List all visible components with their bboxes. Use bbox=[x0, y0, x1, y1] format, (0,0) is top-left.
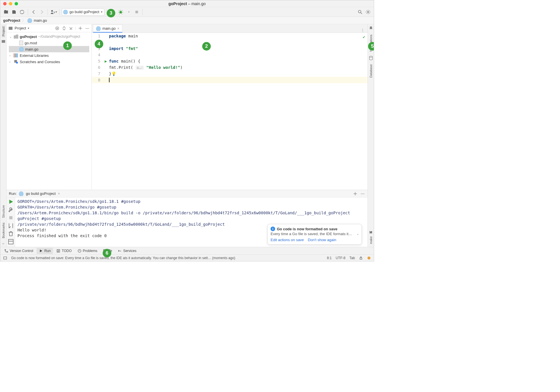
library-icon bbox=[14, 53, 18, 57]
breadcrumb: goProject 〉 main.go bbox=[0, 17, 374, 24]
make-rail-m-icon: M bbox=[370, 231, 372, 234]
svg-point-17 bbox=[7, 251, 8, 252]
run-stop-icon[interactable] bbox=[8, 215, 14, 221]
project-rail-icon bbox=[1, 39, 6, 44]
vcs-tab[interactable]: Version Control bbox=[2, 248, 35, 254]
database-tool-tab[interactable]: Database bbox=[369, 63, 373, 79]
debug-icon[interactable] bbox=[117, 9, 124, 15]
tree-file-gomod[interactable]: go.mod bbox=[9, 40, 89, 46]
run-minimize-icon[interactable]: — bbox=[360, 191, 365, 196]
status-encoding[interactable]: UTF-8 bbox=[336, 256, 345, 260]
todo-tab[interactable]: TODO bbox=[54, 248, 74, 254]
tabs-more-icon[interactable]: ⋮ bbox=[358, 28, 368, 33]
window-title: goProject – main.go bbox=[168, 1, 206, 6]
close-window-button[interactable] bbox=[3, 2, 7, 5]
gopher-icon bbox=[19, 191, 23, 196]
run-panel-config[interactable]: go build goProject bbox=[26, 191, 55, 196]
structure-tool-tab[interactable]: Structure bbox=[2, 204, 5, 219]
scratches-icon bbox=[14, 59, 18, 64]
nav-back-icon[interactable] bbox=[30, 9, 37, 15]
inspection-ok-icon: ✔ bbox=[363, 35, 365, 39]
bookmarks-tool-tab[interactable]: Bookmarks bbox=[2, 221, 5, 239]
status-cursor[interactable]: 8:1 bbox=[327, 256, 332, 260]
notifications-icon[interactable] bbox=[369, 26, 373, 31]
gopher-icon bbox=[96, 26, 101, 31]
project-tree: ⌄ goProject ~/GolandProjects/goProject g… bbox=[7, 32, 92, 66]
run-settings-icon[interactable] bbox=[353, 191, 358, 196]
callout-6: 6 bbox=[103, 249, 111, 257]
status-message: Go code is now formatted on save: Every … bbox=[11, 256, 235, 260]
rerun-icon[interactable] bbox=[8, 199, 14, 205]
refresh-icon[interactable] bbox=[19, 9, 25, 15]
toast-expand-icon[interactable]: ⌄ bbox=[356, 232, 359, 236]
breadcrumb-project[interactable]: goProject bbox=[3, 18, 20, 23]
editor-tab-maingo[interactable]: main.go × bbox=[93, 25, 122, 33]
run-config-selector[interactable]: go build goProject ▾ bbox=[62, 8, 104, 16]
titlebar: goProject – main.go bbox=[0, 0, 374, 7]
run-tab-close-icon[interactable]: × bbox=[58, 192, 60, 196]
gopher-icon bbox=[27, 18, 32, 23]
expand-all-icon[interactable] bbox=[61, 26, 67, 31]
svg-point-16 bbox=[5, 249, 6, 250]
tree-external-libs[interactable]: › External Libraries bbox=[9, 52, 89, 59]
file-icon bbox=[19, 41, 23, 45]
project-panel-title[interactable]: Project bbox=[15, 26, 26, 30]
svg-rect-15 bbox=[8, 239, 13, 244]
gopher-icon bbox=[19, 47, 24, 51]
svg-rect-22 bbox=[360, 258, 362, 259]
status-bar: Go code is now formatted on save: Every … bbox=[0, 254, 374, 261]
panel-settings-icon[interactable] bbox=[78, 26, 83, 31]
tree-file-maingo[interactable]: main.go bbox=[9, 46, 89, 52]
svg-rect-2 bbox=[136, 11, 138, 13]
search-everywhere-icon[interactable] bbox=[357, 9, 364, 15]
main-toolbar: ▾ go build goProject ▾ ▾ bbox=[0, 7, 374, 17]
maximize-window-button[interactable] bbox=[15, 2, 18, 5]
make-tool-tab[interactable]: make bbox=[369, 235, 373, 245]
svg-rect-14 bbox=[9, 216, 12, 219]
project-tool-tab[interactable]: Project bbox=[2, 25, 5, 37]
open-file-icon[interactable] bbox=[3, 9, 9, 15]
callout-3: 3 bbox=[107, 9, 115, 17]
toast-dont-show-link[interactable]: Don't show again bbox=[308, 238, 336, 242]
toast-edit-actions-link[interactable]: Edit actions on save bbox=[271, 238, 304, 242]
save-all-icon[interactable] bbox=[11, 9, 17, 15]
status-lock-icon[interactable] bbox=[359, 256, 363, 260]
rail-more-icon[interactable]: ›› bbox=[2, 242, 4, 245]
svg-point-0 bbox=[51, 10, 53, 12]
project-panel: Project ▾ | — ⌄ goProject ~/GolandProjec… bbox=[7, 24, 92, 190]
project-view-chevron[interactable]: ▾ bbox=[28, 27, 29, 30]
svg-point-23 bbox=[368, 256, 371, 259]
svg-point-12 bbox=[369, 56, 372, 57]
panel-minimize-icon[interactable]: — bbox=[85, 26, 90, 31]
tree-root[interactable]: ⌄ goProject ~/GolandProjects/goProject bbox=[9, 33, 89, 40]
locate-icon[interactable] bbox=[55, 26, 60, 31]
tab-close-icon[interactable]: × bbox=[117, 27, 119, 31]
run-scroll-icon[interactable] bbox=[8, 223, 14, 229]
collapse-all-icon[interactable] bbox=[68, 26, 74, 31]
svg-point-13 bbox=[355, 193, 356, 194]
settings-icon[interactable] bbox=[365, 9, 372, 15]
database-icon[interactable] bbox=[369, 56, 373, 60]
run-with-profile-icon[interactable]: ▾ bbox=[50, 9, 57, 15]
minimize-window-button[interactable] bbox=[9, 2, 12, 5]
status-processes-icon[interactable] bbox=[367, 256, 371, 260]
left-bottom-rail: Structure Bookmarks ›› bbox=[0, 190, 7, 247]
svg-point-3 bbox=[358, 10, 361, 13]
run-tab[interactable]: Run bbox=[37, 248, 53, 254]
status-tooltip-icon[interactable] bbox=[3, 256, 7, 260]
more-run-icon[interactable]: ▾ bbox=[125, 9, 132, 15]
nav-forward-icon[interactable] bbox=[38, 9, 45, 15]
run-layout-icon[interactable] bbox=[8, 239, 14, 245]
run-trash-icon[interactable] bbox=[8, 231, 14, 237]
status-indent[interactable]: Tab bbox=[349, 256, 355, 260]
breadcrumb-file[interactable]: main.go bbox=[34, 18, 47, 23]
stop-icon[interactable] bbox=[133, 9, 140, 15]
editor-area: main.go × ⋮ ✔ 1package main23import "fmt… bbox=[92, 24, 368, 190]
run-wrench-icon[interactable] bbox=[8, 207, 14, 213]
code-editor[interactable]: ✔ 1package main23import "fmt"45▶func mai… bbox=[92, 33, 368, 190]
services-tab[interactable]: Services bbox=[116, 248, 139, 254]
svg-point-4 bbox=[368, 11, 369, 13]
problems-tab[interactable]: Problems bbox=[75, 248, 100, 254]
tree-scratches[interactable]: › Scratches and Consoles bbox=[9, 59, 89, 65]
svg-point-11 bbox=[16, 62, 18, 64]
